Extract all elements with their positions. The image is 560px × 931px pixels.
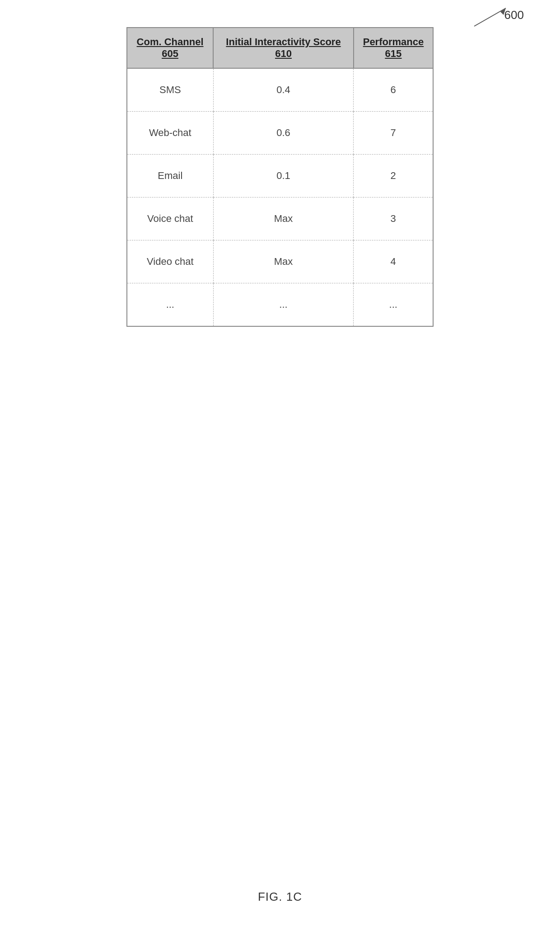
cell-score-4: Max (213, 240, 354, 283)
cell-score-1: 0.6 (213, 112, 354, 155)
header-score: Initial Interactivity Score 610 (213, 28, 354, 68)
cell-performance-2: 2 (354, 155, 433, 197)
cell-channel-5: ... (127, 283, 213, 327)
figure-caption: FIG. 1C (258, 890, 302, 904)
cell-channel-1: Web-chat (127, 112, 213, 155)
table-wrapper: Com. Channel 605 Initial Interactivity S… (126, 27, 434, 327)
table-row: ......... (127, 283, 433, 327)
cell-channel-0: SMS (127, 68, 213, 112)
figure-number: 600 (504, 8, 524, 22)
cell-performance-3: 3 (354, 197, 433, 240)
cell-channel-3: Voice chat (127, 197, 213, 240)
header-performance-label: Performance (363, 36, 424, 47)
cell-score-3: Max (213, 197, 354, 240)
cell-performance-4: 4 (354, 240, 433, 283)
table-header-row: Com. Channel 605 Initial Interactivity S… (127, 28, 433, 68)
data-table: Com. Channel 605 Initial Interactivity S… (126, 27, 434, 327)
header-channel: Com. Channel 605 (127, 28, 213, 68)
header-performance-ref: 615 (385, 48, 402, 59)
header-score-ref: 610 (275, 48, 292, 59)
cell-score-0: 0.4 (213, 68, 354, 112)
svg-line-0 (474, 8, 506, 26)
table-row: SMS0.46 (127, 68, 433, 112)
table-row: Email0.12 (127, 155, 433, 197)
page-container: 600 Com. Channel 605 Initial Interactivi… (0, 0, 560, 931)
cell-performance-1: 7 (354, 112, 433, 155)
cell-channel-2: Email (127, 155, 213, 197)
cell-channel-4: Video chat (127, 240, 213, 283)
header-score-label: Initial Interactivity Score (226, 36, 341, 47)
table-row: Web-chat0.67 (127, 112, 433, 155)
cell-score-5: ... (213, 283, 354, 327)
cell-score-2: 0.1 (213, 155, 354, 197)
header-performance: Performance 615 (354, 28, 433, 68)
header-channel-label: Com. Channel (137, 36, 204, 47)
table-row: Voice chatMax3 (127, 197, 433, 240)
header-channel-ref: 605 (162, 48, 178, 59)
cell-performance-5: ... (354, 283, 433, 327)
cell-performance-0: 6 (354, 68, 433, 112)
table-row: Video chatMax4 (127, 240, 433, 283)
